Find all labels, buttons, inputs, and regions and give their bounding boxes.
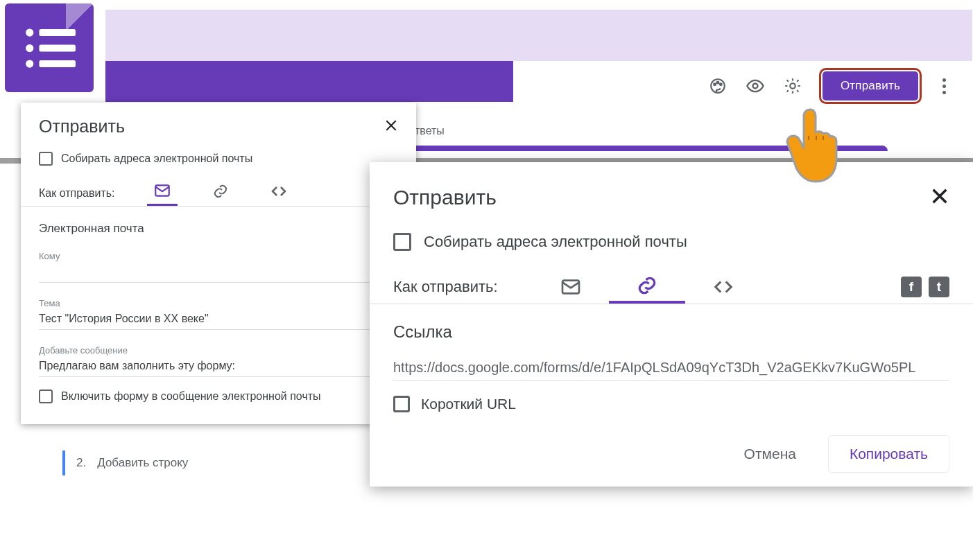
email-icon	[153, 182, 171, 200]
header-band-purple	[105, 61, 513, 102]
forms-logo	[5, 3, 94, 92]
include-form-label: Включить форму в сообщение электронной п…	[61, 390, 321, 403]
send-dialog-email: Отправить Собирать адреса электронной по…	[21, 103, 416, 424]
collect-emails-checkbox[interactable]	[39, 152, 53, 166]
message-label: Добавьте сообщение	[39, 345, 398, 356]
short-url-checkbox[interactable]	[393, 396, 410, 412]
tab-link[interactable]	[609, 270, 685, 304]
tab-email[interactable]	[533, 270, 609, 304]
header-band-light	[105, 10, 972, 62]
dialog-title: Отправить	[39, 116, 125, 137]
tab-embed[interactable]	[264, 181, 294, 206]
tab-embed[interactable]	[685, 270, 761, 304]
tab-responses-fragment: тветы	[415, 125, 445, 137]
svg-point-8	[716, 82, 718, 84]
eye-icon	[746, 76, 765, 96]
tab-email[interactable]	[147, 181, 178, 206]
to-label: Кому	[39, 251, 398, 261]
subject-label: Тема	[39, 298, 398, 308]
svg-point-4	[26, 60, 33, 67]
svg-point-7	[714, 83, 716, 85]
send-dialog-link: Отправить Собирать адреса электронной по…	[370, 162, 973, 487]
link-icon	[212, 183, 229, 200]
form-canvas-top	[409, 146, 888, 158]
include-form-checkbox[interactable]	[39, 390, 53, 403]
svg-point-10	[752, 84, 757, 89]
link-section-title: Ссылка	[393, 322, 949, 342]
preview-button[interactable]	[744, 75, 766, 97]
add-row-item[interactable]: 2. Добавить строку	[62, 450, 188, 475]
link-icon	[636, 274, 658, 297]
facebook-icon: f	[909, 279, 913, 295]
svg-rect-5	[39, 60, 76, 67]
message-input[interactable]	[39, 356, 398, 377]
collect-emails-checkbox[interactable]	[393, 233, 411, 251]
to-input[interactable]	[39, 261, 398, 283]
sendvia-label: Как отправить:	[393, 278, 498, 296]
svg-point-11	[790, 83, 795, 89]
subject-input[interactable]	[39, 308, 398, 330]
toolbar: Отправить	[513, 61, 972, 111]
svg-point-9	[720, 83, 722, 85]
email-icon	[560, 276, 582, 298]
dialog-title: Отправить	[393, 186, 497, 209]
forms-list-icon	[24, 26, 76, 71]
link-input[interactable]	[393, 356, 949, 380]
tab-link[interactable]	[205, 181, 236, 206]
addline-number: 2.	[76, 456, 86, 470]
embed-icon	[713, 277, 734, 297]
active-indicator	[62, 450, 65, 475]
theme-button[interactable]	[707, 75, 729, 97]
close-icon	[384, 119, 398, 132]
share-facebook[interactable]: f	[901, 277, 922, 297]
more-menu-button[interactable]	[937, 73, 952, 100]
embed-icon	[270, 183, 287, 200]
twitter-icon: t	[937, 279, 941, 295]
sendvia-label: Как отправить:	[39, 187, 115, 200]
svg-point-2	[26, 44, 33, 51]
palette-icon	[709, 77, 727, 95]
settings-button[interactable]	[782, 75, 804, 97]
collect-emails-label: Собирать адреса электронной почты	[424, 233, 687, 251]
svg-point-0	[26, 28, 33, 36]
close-icon	[930, 186, 949, 206]
gear-icon	[784, 77, 802, 95]
copy-button[interactable]: Копировать	[828, 435, 949, 473]
send-button[interactable]: Отправить	[823, 71, 918, 100]
short-url-label: Короткий URL	[421, 396, 516, 412]
close-button[interactable]	[384, 119, 398, 135]
svg-rect-3	[39, 44, 76, 51]
share-twitter[interactable]: t	[929, 277, 949, 297]
collect-emails-label: Собирать адреса электронной почты	[61, 152, 252, 165]
addline-text: Добавить строку	[97, 456, 188, 470]
email-section-title: Электронная почта	[21, 207, 416, 241]
cancel-button[interactable]: Отмена	[732, 439, 809, 469]
more-vert-icon	[942, 78, 946, 82]
logo-fold	[66, 3, 94, 31]
close-button[interactable]	[930, 186, 949, 209]
send-button-highlight: Отправить	[819, 68, 922, 104]
